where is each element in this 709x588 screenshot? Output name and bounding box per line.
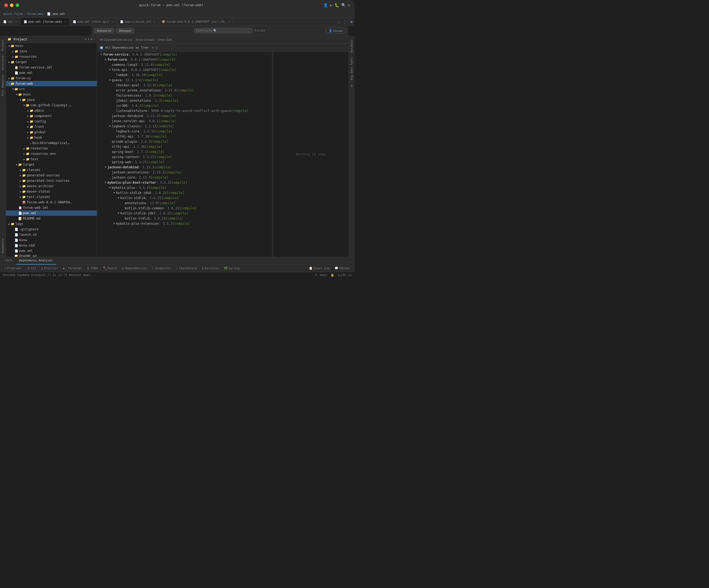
tree-item[interactable]: 📄.gitignore — [6, 226, 97, 232]
tree-item[interactable]: ▼📂main — [6, 92, 97, 97]
tree-item[interactable]: 📝README.md — [6, 216, 97, 221]
tree-item[interactable]: ☕QuickForumApplicat… — [6, 140, 97, 146]
dep-item[interactable]: spring-boot : 2.7.1 [compile] — [97, 149, 272, 154]
tree-item[interactable]: ▼📂com.github.liuyueyi.… — [6, 103, 97, 108]
tab-close-1[interactable]: × — [64, 20, 66, 23]
maximize-button[interactable] — [16, 3, 19, 7]
settings-icon[interactable]: ⚙ — [348, 3, 350, 7]
dep-item[interactable]: ▼kotlin-stdlib-jdk7 : 1.6.21 [compile] — [97, 211, 272, 216]
dep-item[interactable]: ▼guava : 31.1-jre [compile] — [97, 77, 272, 83]
dep-item[interactable]: ▼logback-classic : 1.2.11 [compile] — [97, 124, 272, 129]
dep-item[interactable]: jackson-databind : 2.13.3 [compile] — [97, 113, 272, 118]
tree-item[interactable]: ▶📁admin — [6, 108, 97, 113]
search-icon[interactable]: 🔍 — [341, 3, 346, 7]
dep-item[interactable]: spring-context : 5.3.21 [compile] — [97, 154, 272, 159]
tree-item[interactable]: ▶📁test — [6, 156, 97, 162]
tab-close-4[interactable]: × — [228, 20, 230, 23]
settings-tree-icon[interactable]: ⚙ — [90, 37, 93, 41]
tree-item[interactable]: ▶📁config — [6, 119, 97, 124]
dep-item[interactable]: slf4j-api : 1.7.36 [compile] — [97, 144, 272, 149]
tree-item[interactable]: 📄pom.xml — [6, 248, 97, 253]
donate-button[interactable]: 👤 Donate — [325, 28, 346, 33]
database-label[interactable]: Database — [350, 38, 354, 54]
big-data-tools-label[interactable]: Big Data Tools — [350, 56, 354, 81]
git-button[interactable]: ⎇ Git — [24, 266, 38, 270]
run-icon[interactable]: ▶ — [330, 3, 332, 7]
more-tabs-button[interactable]: ⌄ — [336, 18, 342, 26]
spring-button[interactable]: 🌿 Spring — [222, 266, 242, 270]
tree-menu-icon[interactable]: — — [93, 37, 95, 41]
tab-close-2[interactable]: × — [112, 20, 113, 23]
dependencies-button[interactable]: 🗂 Dependencies — [119, 266, 149, 270]
dep-item[interactable]: kotlin-stdlib-common : 1.6.21 [compile] — [97, 206, 272, 211]
tab-3[interactable]: 📄 application.yml × — [117, 18, 159, 26]
dep-item[interactable]: ▼mybatis-plus-extension : 3.5.2 [compile… — [97, 221, 272, 226]
dep-item[interactable]: failureaccess : 1.0.1 [compile] — [97, 93, 272, 98]
dep-item[interactable]: commons-lang3 : 3.12.0 [compile] — [97, 62, 272, 67]
dep-item[interactable]: jackson-annotations : 2.13.3 [compile] — [97, 170, 272, 175]
dep-item[interactable]: jackson-core : 2.13.3 [compile] — [97, 175, 272, 180]
reimport-button[interactable]: Reimport — [116, 28, 134, 33]
tab-2[interactable]: 📄 pom.xml (form-api) × — [70, 18, 117, 26]
profiler-button[interactable]: ◎ Profiler — [39, 266, 60, 270]
pull-requests-label[interactable]: Pull Requests — [1, 73, 5, 98]
tree-item[interactable]: ▶📁hook — [6, 135, 97, 140]
dep-item[interactable]: listenablefuture : 9999.0-empty-to-avoid… — [97, 108, 272, 113]
tree-item[interactable]: 📄pom.xml — [6, 70, 97, 76]
tab-4[interactable]: 📦 forum-web-0.0.1-SNAPSHOT.jar/…/QuickFo… — [159, 18, 233, 26]
dep-item[interactable]: j2objc-annotations : 1.3 [compile] — [97, 98, 272, 103]
tree-item[interactable]: ▶📁resources — [6, 54, 97, 59]
dep-item[interactable]: kotlin-stdlib : 1.6.21 [compile] — [97, 216, 272, 221]
tab-1[interactable]: 📄 pom.xml (forum-web) × — [21, 18, 70, 26]
endpoints-button[interactable]: ⤢ Endpoints — [150, 266, 174, 270]
project-panel-label[interactable]: Project — [1, 38, 5, 52]
dep-item[interactable]: ▼mybatis-plus-boot-starter : 3.5.2 [comp… — [97, 180, 272, 185]
tree-item[interactable]: ▼📂main — [6, 43, 97, 49]
tree-item[interactable]: ▶📁generated-test-sources — [6, 178, 97, 183]
tree-item[interactable]: ▶📁resources-env — [6, 151, 97, 156]
build-button[interactable]: 🔨 Build — [101, 266, 119, 270]
dep-item[interactable]: ▼kotlin-stdlib : 1.6.21 [compile] — [97, 195, 272, 201]
all-deps-list-button[interactable]: All Dependencies as List — [100, 37, 132, 42]
dependency-analyzer-tab[interactable]: Dependency Analyzer — [16, 257, 56, 265]
tree-item[interactable]: ▶📁resources — [6, 146, 97, 151]
dep-item[interactable]: ▼forum-service : 0.0.1-SNAPSHOT [compile… — [97, 52, 272, 57]
d-label[interactable]: D — [350, 83, 353, 89]
tree-item[interactable]: ▼📂forum-web — [6, 81, 97, 86]
dep-item[interactable]: ▼kotlin-stdlib-jdk8 : 1.6.21 [compile] — [97, 190, 272, 195]
tree-view-radio[interactable] — [100, 46, 103, 49]
dep-item[interactable]: lombok : 1.18.24 [compile] — [97, 72, 272, 77]
tree-item[interactable]: 📄pom.xml — [6, 210, 97, 216]
tree-item[interactable]: ▶📁front — [6, 124, 97, 130]
tree-item[interactable]: ▶📁generated-sources — [6, 172, 97, 178]
dep-item[interactable]: slf4j-api : 1.7.36 [compile] — [97, 134, 272, 139]
dep-item[interactable]: qrcode-plugin : 2.6.3 [compile] — [97, 139, 272, 144]
debug-icon[interactable]: 🐛 — [335, 3, 339, 7]
tree-item[interactable]: ▶📁component — [6, 113, 97, 119]
tree-item[interactable]: ▼📂target — [6, 162, 97, 167]
tree-item[interactable]: 📄launch.sh — [6, 232, 97, 237]
tree-item[interactable]: ▶📁target — [6, 59, 97, 65]
checkstyle-button[interactable]: ✓ CheckStyle — [174, 266, 199, 270]
search-input[interactable] — [218, 29, 251, 32]
account-icon[interactable]: 👤 — [323, 3, 328, 7]
dep-item[interactable]: ▼jackson-databind : 2.13.3 [compile] — [97, 164, 272, 170]
tree-item[interactable]: ▶📁classes — [6, 167, 97, 172]
show-size-button[interactable]: Show Size — [158, 37, 172, 42]
terminal-button[interactable]: ▶_ Terminal — [61, 266, 84, 270]
tree-item[interactable]: ▶📁forum-ui — [6, 76, 97, 81]
tree-item[interactable]: ▶📁logs — [6, 221, 97, 226]
dep-item[interactable]: annotations : 13.0 [compile] — [97, 201, 272, 206]
expand-all-icon[interactable]: ⇈ — [152, 46, 154, 49]
show-group-id-button[interactable]: Show GroupId — [135, 37, 154, 42]
tab-close-0[interactable]: × — [16, 20, 17, 23]
branch-name[interactable]: main — [320, 273, 327, 277]
problems-button[interactable]: ⚠ Problems — [2, 266, 24, 270]
dep-item[interactable]: javax.servlet-api : 4.0.1 [compile] — [97, 118, 272, 124]
maven-panel-button[interactable]: m — [348, 18, 354, 26]
breadcrumb-module[interactable]: forum-web — [27, 12, 43, 16]
tree-item[interactable]: 📄mvnw.cmd — [6, 243, 97, 248]
tree-item[interactable]: ▼📂src — [6, 86, 97, 92]
tree-item[interactable]: 📄mvnw — [6, 237, 97, 243]
text-tab[interactable]: Text — [2, 257, 16, 265]
